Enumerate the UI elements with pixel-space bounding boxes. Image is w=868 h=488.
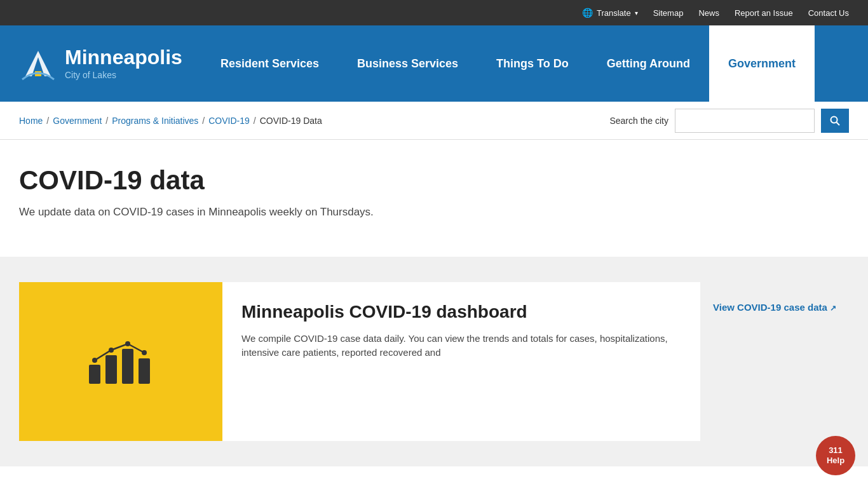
city-name: Minneapolis: [65, 46, 182, 69]
news-link[interactable]: News: [698, 8, 719, 18]
card-body: Minneapolis COVID-19 dashboard We compil…: [222, 282, 700, 441]
dashboard-chart-icon: [83, 330, 159, 393]
card-section: Minneapolis COVID-19 dashboard We compil…: [0, 257, 868, 466]
city-tagline: City of Lakes: [65, 70, 116, 80]
breadcrumb-sep-4: /: [254, 116, 256, 126]
breadcrumb-sep-1: /: [46, 116, 49, 126]
breadcrumb-current: COVID-19 Data: [260, 116, 322, 126]
breadcrumb-programs[interactable]: Programs & Initiatives: [112, 116, 198, 126]
nav-items: Resident Services Business Services Thin…: [201, 25, 868, 102]
view-link-text: View COVID-19 case data: [713, 302, 827, 313]
view-covid-data-link[interactable]: View COVID-19 case data ↗: [713, 301, 836, 314]
search-area: Search the city: [609, 109, 849, 133]
search-button[interactable]: [821, 109, 849, 133]
nav-resident-services[interactable]: Resident Services: [201, 25, 338, 102]
svg-rect-6: [105, 355, 117, 384]
breadcrumb-sep-2: /: [105, 116, 108, 126]
search-icon: [830, 116, 840, 126]
svg-rect-7: [122, 349, 133, 384]
top-bar: 🌐 Translate ▾ Sitemap News Report an Iss…: [0, 0, 868, 25]
breadcrumb-government[interactable]: Government: [53, 116, 102, 126]
nav-business-services[interactable]: Business Services: [338, 25, 477, 102]
chevron-down-icon: ▾: [635, 10, 638, 17]
search-input[interactable]: [675, 109, 815, 133]
breadcrumb-home[interactable]: Home: [19, 116, 43, 126]
nav-things-to-do[interactable]: Things To Do: [477, 25, 588, 102]
report-link[interactable]: Report an Issue: [735, 8, 793, 18]
help-number: 311: [829, 445, 843, 456]
breadcrumb-covid[interactable]: COVID-19: [208, 116, 250, 126]
search-label: Search the city: [609, 116, 668, 126]
external-link-icon: ↗: [830, 304, 836, 313]
page-content: COVID-19 data We update data on COVID-19…: [0, 140, 572, 257]
svg-line-4: [837, 122, 840, 125]
translate-button[interactable]: 🌐 Translate ▾: [582, 8, 638, 18]
breadcrumb: Home / Government / Programs & Initiativ…: [19, 116, 322, 126]
nav-government[interactable]: Government: [709, 25, 815, 102]
svg-rect-8: [139, 358, 150, 384]
nav-getting-around[interactable]: Getting Around: [588, 25, 709, 102]
sitemap-link[interactable]: Sitemap: [653, 8, 684, 18]
card-text: We compile COVID-19 case data daily. You…: [241, 332, 681, 360]
page-title: COVID-19 data: [19, 165, 553, 196]
svg-point-3: [831, 116, 837, 123]
logo-text: Minneapolis City of Lakes: [65, 46, 182, 80]
globe-icon: 🌐: [582, 8, 593, 18]
page-subtitle: We update data on COVID-19 cases in Minn…: [19, 206, 553, 219]
breadcrumb-bar: Home / Government / Programs & Initiativ…: [0, 102, 868, 140]
help-label: Help: [827, 456, 844, 466]
svg-rect-5: [89, 365, 100, 384]
city-logo: [19, 44, 57, 83]
breadcrumb-sep-3: /: [202, 116, 205, 126]
main-nav: Minneapolis City of Lakes Resident Servi…: [0, 25, 868, 102]
logo-area: Minneapolis City of Lakes: [0, 44, 201, 83]
translate-label: Translate: [597, 8, 631, 18]
card-image: [19, 282, 222, 441]
contact-link[interactable]: Contact Us: [808, 8, 849, 18]
card-title: Minneapolis COVID-19 dashboard: [241, 301, 681, 323]
